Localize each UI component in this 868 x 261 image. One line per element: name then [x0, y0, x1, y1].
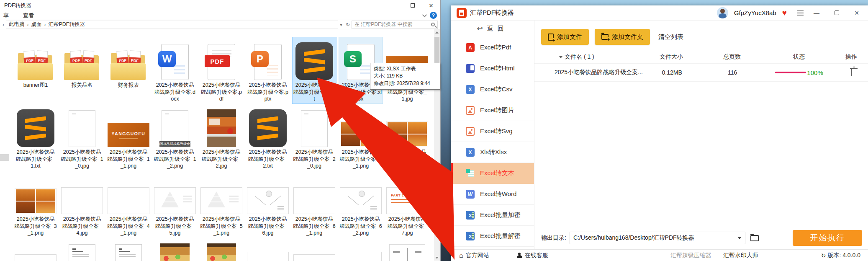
user-avatar[interactable] — [717, 7, 728, 18]
ppt-file-icon: P — [254, 44, 282, 80]
help-icon[interactable]: ? — [430, 12, 437, 19]
breadcrumb-root-chevron[interactable]: › — [3, 22, 4, 28]
file-item[interactable]: 2025小吃餐饮品牌战略升级全案_2_1.png — [339, 104, 383, 171]
explorer-maximize-button[interactable] — [403, 0, 422, 11]
file-item[interactable]: W 2025小吃餐饮品牌战略升级全案.docx — [153, 37, 197, 104]
browse-folder-icon[interactable] — [750, 235, 759, 241]
back-button[interactable]: ↩ 返回 — [451, 21, 534, 37]
file-item[interactable] — [153, 238, 197, 261]
official-site-link[interactable]: ⌂ 官方网站 — [459, 252, 489, 259]
file-item[interactable]: PDFPDF 财务报表 — [106, 37, 151, 104]
node-diagram-thumbnail — [247, 187, 289, 214]
word-file-icon: W — [161, 44, 189, 80]
file-item[interactable]: PART 1 — [13, 238, 58, 261]
positioning-doc-thumbnail — [115, 244, 142, 261]
explorer-minimize-button[interactable]: — — [385, 0, 403, 11]
vip-heart-icon[interactable]: ♥ — [782, 9, 787, 17]
scroll-down-icon[interactable] — [434, 255, 440, 261]
sidebar-item-Excel转图片[interactable]: Excel转图片 — [451, 100, 534, 121]
watermark-link[interactable]: 汇帮水印大师 — [723, 252, 758, 259]
file-item[interactable]: PDFPDF banner图1 — [13, 37, 58, 104]
pyramid-diagram-thumbnail — [154, 187, 196, 214]
file-item[interactable]: 2025小吃餐饮品牌战略升级全案_3.jpg — [385, 104, 429, 171]
sidebar-item-Excel批量加密[interactable]: xExcel批量加密 — [451, 205, 534, 226]
online-service-link[interactable]: 在线客服 — [517, 252, 548, 259]
file-item[interactable] — [292, 238, 336, 261]
start-button[interactable]: 开始执行 — [793, 230, 862, 246]
file-item[interactable]: 2025小吃餐饮品牌战略升级全案_5_1.png — [199, 171, 244, 238]
file-item[interactable]: P 2025小吃餐饮品牌战略升级全案.pptx — [246, 37, 290, 104]
excel-batch-icon: x — [466, 211, 475, 220]
sidebar-item-Excel转Word[interactable]: WExcel转Word — [451, 184, 534, 205]
file-label: 2025小吃餐饮品牌战略升级全案_6_1.png — [293, 216, 336, 237]
table-row[interactable]: 2025小吃餐饮品牌战略升级全案... 0.12MB 116 100% — [534, 63, 868, 82]
file-item[interactable]: 2025小吃餐饮品牌战略升级全案_1.txt — [13, 104, 58, 171]
address-dropdown-icon[interactable]: ▾ — [340, 22, 342, 28]
header-filename[interactable]: 文件名 ( 1 ) — [534, 53, 642, 61]
breadcrumb-item[interactable]: 此电脑 — [9, 21, 25, 28]
file-item[interactable]: 2025小吃餐饮品牌战略升级全案_2.txt — [246, 104, 290, 171]
explorer-close-button[interactable]: ✕ — [422, 0, 440, 11]
file-item[interactable] — [199, 238, 244, 261]
file-item[interactable]: PDF 2025小吃餐饮品牌战略升级全案.pdf — [199, 37, 244, 104]
file-item[interactable]: 2025小吃餐饮品牌战略升级全案_3_1.png — [13, 171, 58, 238]
search-icon[interactable] — [431, 23, 435, 26]
search-input[interactable]: 在 汇帮PDF转换器 中搜索 — [352, 21, 438, 29]
file-item[interactable]: 2025小吃餐饮品牌战略升级全案_6.jpg — [246, 171, 290, 238]
breadcrumb-item[interactable]: 汇帮PDF转换器 — [49, 21, 85, 28]
sidebar-item-Xls转Xlsx[interactable]: XXls转Xlsx — [451, 142, 534, 163]
breadcrumb-item[interactable]: 桌面 — [31, 21, 42, 28]
menu-item-1[interactable]: 查看 — [23, 12, 34, 19]
app-maximize-button[interactable] — [829, 8, 844, 18]
file-item[interactable]: 杨国福品牌战略升级全案 2025小吃餐饮品牌战略升级全案_1_2.png — [153, 104, 197, 171]
file-item[interactable] — [339, 238, 383, 261]
ribbon-collapse-icon[interactable] — [422, 12, 427, 17]
text-pages-icon — [466, 169, 475, 178]
file-item[interactable]: 2025小吃餐饮品牌战略升级全案_1_0.jpg — [60, 104, 104, 171]
clear-list-button[interactable]: 清空列表 — [658, 33, 683, 41]
file-item[interactable]: 2025小吃餐饮品牌战略升级全案_4.jpg — [60, 171, 104, 238]
update-icon[interactable]: ↻ — [821, 252, 826, 259]
file-label: 2025小吃餐饮品牌战略升级全案_2_1.png — [339, 149, 382, 170]
refresh-icon[interactable]: ↻ — [346, 22, 350, 28]
file-item[interactable]: PDFPDF 报关品名 — [60, 37, 104, 104]
file-item[interactable]: 2025小吃餐饮品牌战略升级全案_2.jpg — [199, 104, 244, 171]
file-item[interactable]: 2025小吃餐饮品牌战略升级全案_6_2.png — [339, 171, 383, 238]
conversion-sidebar: ↩ 返回 AExcel转Pdf Excel转Html XExcel转Csv Ex… — [451, 21, 534, 249]
delete-icon[interactable] — [851, 69, 852, 76]
scroll-up-icon[interactable] — [434, 29, 440, 35]
file-label: 2025小吃餐饮品牌战略升级全案_1_2.png — [154, 149, 196, 170]
app-close-button[interactable]: ✕ — [850, 8, 864, 18]
add-file-button[interactable]: 添加文件 — [541, 29, 589, 45]
file-item[interactable]: 2025小吃餐饮品牌战略升级全案_6_1.png — [292, 171, 336, 238]
file-item[interactable]: YANGGUOFU 2025小吃餐饮品牌战略升级全案_1_1.png — [106, 104, 151, 171]
file-item[interactable]: 2025小吃餐饮品牌战略升级全案_2_0.jpg — [292, 104, 336, 171]
file-item[interactable] — [246, 238, 290, 261]
menu-item-0[interactable]: 享 — [3, 12, 9, 19]
sidebar-item-Excel转Pdf[interactable]: AExcel转Pdf — [451, 37, 534, 58]
sidebar-item-Excel转文本[interactable]: Excel转文本 — [451, 163, 534, 184]
app-toolbar: 添加文件 添加文件夹 清空列表 — [534, 21, 868, 51]
file-item[interactable]: 2025小吃餐饮品牌战略升级全案_4_1.png — [106, 171, 151, 238]
sidebar-item-Excel转Svg[interactable]: Excel转Svg — [451, 121, 534, 142]
file-item[interactable] — [385, 238, 429, 261]
file-item[interactable]: 2025小吃餐饮品牌战略升级全案.txt — [292, 37, 336, 104]
output-dir-combobox[interactable]: C:/Users/huibang168/Desktop/汇帮PDF转换器 — [570, 232, 745, 244]
blank-page-thumbnail — [69, 110, 95, 147]
file-item[interactable] — [60, 238, 104, 261]
compressor-link[interactable]: 汇帮超级压缩器 — [670, 252, 711, 259]
output-dir-path: C:/Users/huibang168/Desktop/汇帮PDF转换器 — [573, 234, 737, 242]
app-minimize-button[interactable]: — — [809, 8, 824, 18]
file-item[interactable]: 2025小吃餐饮品牌战略升级全案_5.jpg — [153, 171, 197, 238]
file-item[interactable]: PART 1 2025小吃餐饮品牌战略升级全案_7.jpg — [385, 171, 429, 238]
sidebar-item-Excel转Csv[interactable]: XExcel转Csv — [451, 79, 534, 100]
sidebar-item-Excel转Html[interactable]: Excel转Html — [451, 58, 534, 79]
menu-icon[interactable] — [797, 10, 804, 16]
combobox-dropdown-icon[interactable] — [737, 237, 742, 239]
sidebar-item-Excel批量解密[interactable]: xExcel批量解密 — [451, 226, 534, 247]
file-item[interactable] — [106, 238, 151, 261]
add-file-label: 添加文件 — [557, 33, 582, 41]
breadcrumb[interactable]: 此电脑›桌面›汇帮PDF转换器 — [6, 21, 338, 29]
add-folder-button[interactable]: 添加文件夹 — [595, 29, 650, 45]
file-label: 2025小吃餐饮品牌战略升级全案_2.jpg — [200, 149, 243, 170]
